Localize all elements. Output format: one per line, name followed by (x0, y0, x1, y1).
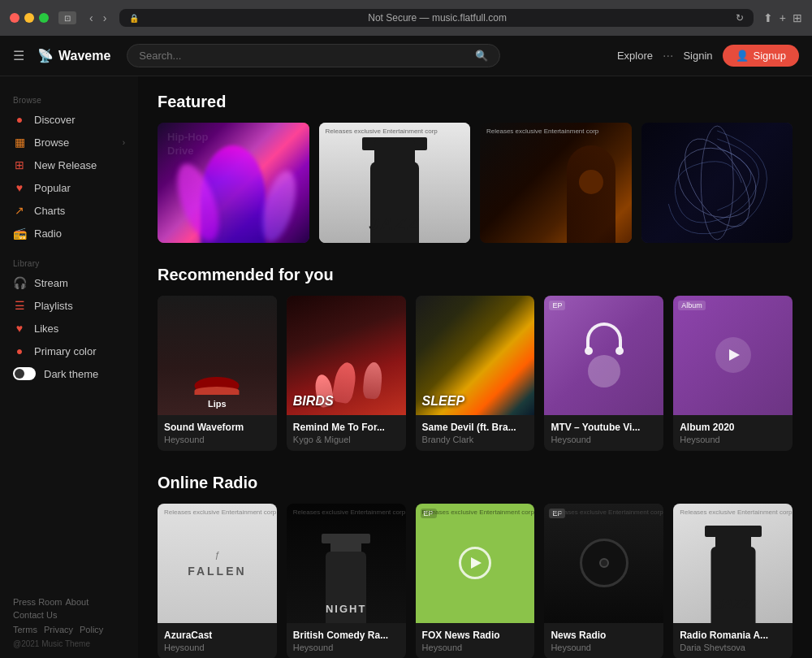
svg-point-2 (701, 126, 733, 240)
fox-top-label: Releases exclusive Entertainment corp (422, 509, 534, 516)
close-button[interactable] (10, 13, 19, 23)
primary-color-icon: ● (13, 344, 26, 357)
about-link[interactable]: About (66, 597, 89, 607)
press-room-link[interactable]: Press Room (13, 597, 63, 607)
search-input[interactable] (139, 50, 469, 62)
discover-icon: ● (13, 113, 26, 126)
forward-button[interactable]: › (100, 10, 110, 26)
music-card-waveform[interactable]: Lips Sound Waveform Heysound (158, 296, 277, 451)
mtv-info: MTV – Youtube Vi... Heysound (544, 415, 663, 451)
new-tab-icon[interactable]: + (780, 11, 786, 24)
album-thumb: Album (673, 296, 793, 415)
music-card-british[interactable]: NIGHT Releases exclusive Entertainment c… (287, 504, 406, 658)
library-section-label: Library (0, 253, 138, 271)
back-button[interactable]: ‹ (86, 10, 97, 26)
music-card-album[interactable]: Album Album 2020 Heysound (673, 296, 793, 451)
waveform-icon: 📡 (37, 48, 54, 63)
circle-decoration (588, 355, 620, 387)
sleep-text: SLEEP (422, 394, 464, 409)
sidebar-item-likes[interactable]: ♥ Likes (0, 317, 138, 340)
music-card-azuracast[interactable]: ƒ FALLEN Releases exclusive Entertainmen… (158, 504, 277, 658)
window-layout-button[interactable]: ⊡ (58, 11, 76, 24)
privacy-link[interactable]: Privacy (44, 625, 73, 634)
ep-badge: EP (549, 301, 565, 310)
featured-row: Hip-HopDrive (158, 123, 793, 243)
explore-link[interactable]: Explore (617, 50, 653, 62)
browser-chrome: ⊡ ‹ › 🔒 Not Secure — music.flatfull.com … (0, 0, 812, 36)
sidebar-item-stream[interactable]: 🎧 Stream (0, 271, 138, 294)
music-card-sleep[interactable]: SLEEP Same Devil (ft. Bra... Brandy Clar… (416, 296, 535, 451)
fallen-top: Releases exclusive Entertainment corp (164, 509, 276, 516)
fox-thumb: EP Releases exclusive Entertainment corp (416, 504, 535, 623)
lock-icon: 🔒 (129, 14, 139, 23)
sidebar-item-browse[interactable]: ▦ Browse › (0, 131, 138, 154)
browse-section-label: Browse (0, 89, 138, 108)
jazz-top-label: Releases exclusive Entertainment corp (326, 128, 438, 135)
mtv-thumb: EP (544, 296, 663, 415)
birds-artist: Kygo & Miguel (293, 435, 400, 444)
signin-link[interactable]: Signin (683, 50, 712, 62)
vinyl-record (580, 539, 628, 587)
sleep-title: Same Devil (ft. Bra... (422, 422, 529, 433)
mtv-artist: Heysound (551, 435, 657, 444)
url-text: Not Secure — music.flatfull.com (144, 12, 730, 24)
music-card-mtv[interactable]: EP MTV – Youtube Vi... Heysound (544, 296, 663, 451)
url-bar[interactable]: 🔒 Not Secure — music.flatfull.com ↻ (119, 9, 753, 27)
featured-card-jazz-artist[interactable]: JAZZ Releases exclusive Entertainment co… (319, 123, 471, 243)
footer-links-2: Terms Privacy Policy (13, 625, 125, 634)
share-icon[interactable]: ⬆ (763, 11, 773, 24)
minimize-button[interactable] (24, 13, 34, 23)
terms-link[interactable]: Terms (13, 625, 37, 634)
featured-card-jazz-spiral[interactable]: Jazz (641, 123, 793, 243)
sidebar-item-newrelease[interactable]: ⊞ New Release (0, 154, 138, 176)
featured-title: Featured (158, 93, 793, 111)
sidebar-item-dark-theme[interactable]: Dark theme (0, 362, 138, 385)
sidebar-label-dark-theme: Dark theme (44, 368, 98, 380)
charts-icon: ↗ (13, 204, 26, 217)
jazz-radio-thumb: JAZZ Releases exclusive Entertainment co… (673, 504, 793, 623)
signup-button[interactable]: 👤 Signup (723, 45, 799, 67)
grid-icon[interactable]: ⊞ (793, 11, 802, 24)
spiral-visual (641, 123, 793, 243)
policy-link[interactable]: Policy (80, 625, 103, 634)
dark-theme-toggle[interactable] (13, 367, 36, 380)
music-card-birds[interactable]: BIRDS Remind Me To For... Kygo & Miguel (287, 296, 406, 451)
album-title: Album 2020 (680, 422, 786, 433)
fallen-text: FALLEN (188, 565, 246, 578)
browse-icon: ▦ (13, 136, 26, 149)
sidebar-label-charts: Charts (34, 205, 65, 217)
music-card-newsradio[interactable]: EP Releases exclusive Entertainment corp… (544, 504, 663, 658)
sidebar-item-radio[interactable]: 📻 Radio (0, 222, 138, 245)
newsradio-title: News Radio (551, 630, 657, 641)
sidebar-item-popular[interactable]: ♥ Popular (0, 176, 138, 199)
music-card-romania[interactable]: JAZZ Releases exclusive Entertainment co… (673, 504, 793, 658)
sidebar-label-radio: Radio (34, 227, 62, 240)
contact-link[interactable]: Contact Us (13, 610, 57, 620)
album-artist: Heysound (680, 435, 786, 444)
sidebar-item-discover[interactable]: ● Discover (0, 108, 138, 131)
sidebar-item-charts[interactable]: ↗ Charts (0, 199, 138, 222)
logo-text: Waveme (58, 49, 110, 63)
headphones-icon (586, 323, 622, 348)
search-icon: 🔍 (475, 50, 488, 62)
featured-card-hiphop[interactable]: Hip-HopDrive (158, 123, 309, 243)
app: ☰ 📡 Waveme 🔍 Explore ··· Signin 👤 Signup (0, 36, 812, 658)
playlists-icon: ☰ (13, 299, 26, 312)
sleep-artist: Brandy Clark (422, 435, 529, 444)
night-text: NIGHT (326, 603, 366, 615)
sidebar-item-playlists[interactable]: ☰ Playlists (0, 294, 138, 317)
azuracast-artist: Heysound (164, 643, 270, 652)
music-card-fox[interactable]: EP Releases exclusive Entertainment corp… (416, 504, 535, 658)
maximize-button[interactable] (39, 13, 49, 23)
sidebar-item-primary-color[interactable]: ● Primary color (0, 340, 138, 362)
online-radio-row: ƒ FALLEN Releases exclusive Entertainmen… (158, 504, 793, 658)
hamburger-icon[interactable]: ☰ (13, 48, 24, 63)
more-options-icon[interactable]: ··· (663, 49, 673, 63)
featured-card-dance[interactable]: Dance Releases exclusive Entertainment c… (480, 123, 632, 243)
main-wrapper: ☰ 📡 Waveme 🔍 Explore ··· Signin 👤 Signup (0, 36, 812, 658)
romania-info: Radio Romania A... Daria Shevtsova (673, 623, 793, 658)
search-bar[interactable]: 🔍 (127, 44, 500, 67)
navbar: ☰ 📡 Waveme 🔍 Explore ··· Signin 👤 Signup (0, 36, 812, 76)
sidebar-footer: Press Room About Contact Us Terms Privac… (0, 587, 138, 658)
recommended-title: Recommended for you (158, 266, 793, 284)
